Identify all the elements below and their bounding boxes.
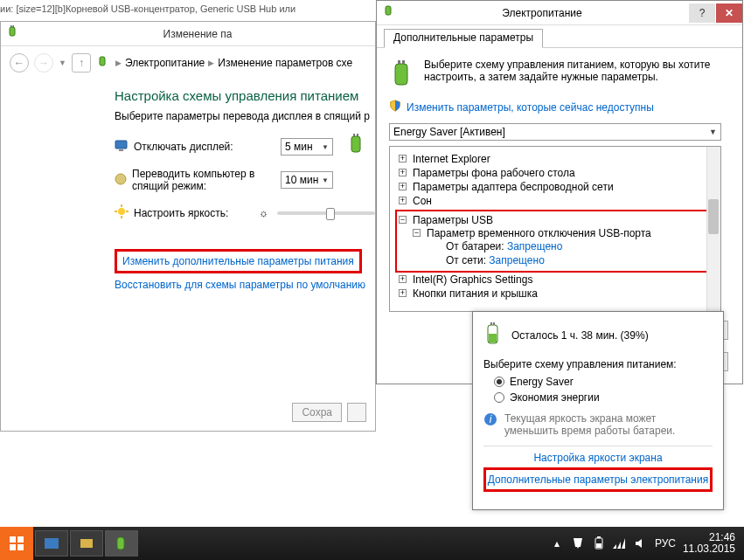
svg-rect-20: [489, 334, 497, 342]
breadcrumb-root[interactable]: Электропитание: [125, 57, 205, 69]
svg-rect-4: [351, 136, 360, 152]
choose-plan-label: Выберите схему управления питанием:: [483, 358, 713, 370]
shield-icon: [389, 100, 401, 114]
svg-text:i: i: [490, 413, 492, 425]
svg-rect-5: [353, 134, 355, 136]
fg-window-title: Электропитание: [396, 7, 688, 19]
dialog-description: Выберите схему управления питанием, кото…: [424, 59, 730, 83]
help-button[interactable]: ?: [689, 3, 715, 23]
svg-rect-31: [117, 537, 124, 550]
tab-strip: Дополнительные параметры: [377, 25, 742, 48]
svg-rect-26: [17, 536, 24, 543]
tree-item-usb[interactable]: −Параметры USB −Параметр временного откл…: [399, 213, 713, 269]
tree-item-ie[interactable]: +Internet Explorer: [399, 152, 717, 166]
change-advanced-link[interactable]: Изменить дополнительные параметры питани…: [122, 255, 354, 267]
svg-rect-16: [395, 64, 407, 85]
sleep-label: Переводить компьютер в спящий режим:: [132, 168, 272, 192]
row-sleep: Переводить компьютер в спящий режим: 10 …: [115, 168, 375, 192]
tray-battery-icon[interactable]: [592, 536, 606, 550]
tree-scrollbar[interactable]: [706, 147, 720, 311]
plan-option-power-saver[interactable]: Экономия энергии: [494, 391, 713, 404]
display-icon: [115, 140, 129, 155]
moon-icon: [115, 173, 127, 188]
battery-flyout: Осталось 1 ч. 38 мин. (39%) Выберите схе…: [472, 311, 724, 510]
more-power-options-link[interactable]: Дополнительные параметры электропитания: [483, 467, 713, 492]
svg-rect-0: [10, 27, 15, 36]
taskbar: ▴ РУС 21:46 11.03.2015: [0, 527, 744, 560]
svg-rect-15: [386, 6, 391, 15]
cancel-button[interactable]: [347, 403, 366, 422]
tray-language[interactable]: РУС: [655, 537, 676, 550]
svg-rect-6: [357, 134, 358, 136]
truncated-forum-text: ии: [size=12][b]Корневой USB-концентрато…: [0, 3, 296, 14]
power-plan-select[interactable]: Energy Saver [Активен] ▼: [389, 123, 721, 141]
battery-large-icon: [389, 59, 415, 91]
taskbar-app-power[interactable]: [105, 530, 138, 557]
taskbar-app-1[interactable]: [35, 530, 68, 557]
display-timeout-select[interactable]: 5 мин▼: [281, 138, 333, 156]
battery-icon: [483, 321, 503, 349]
restore-defaults-link[interactable]: Восстановить для схемы параметры по умол…: [115, 279, 365, 291]
tree-leaf-usb-battery[interactable]: От батареи: Запрещено: [427, 239, 713, 253]
edit-plan-window: Изменение па ← → ▼ ↑ ▶ Электропитание ▶ …: [0, 21, 376, 432]
brightness-label: Настроить яркость:: [134, 207, 228, 219]
tab-additional-params[interactable]: Дополнительные параметры: [384, 29, 543, 48]
start-button[interactable]: [0, 527, 33, 560]
svg-rect-33: [596, 543, 601, 548]
chevron-right-icon: ▶: [115, 59, 122, 67]
tray-network-icon[interactable]: [613, 536, 627, 550]
chevron-right-icon: ▶: [208, 59, 214, 67]
chevron-down-icon: ▼: [322, 176, 329, 184]
battery-remaining: Осталось 1 ч. 38 мин. (39%): [511, 329, 649, 342]
breadcrumb-leaf[interactable]: Изменение параметров схе: [218, 57, 352, 69]
svg-rect-8: [119, 149, 123, 151]
tree-item-desktop-bg[interactable]: +Параметры фона рабочего стола: [399, 166, 717, 180]
brightness-warning: Текущая яркость экрана может уменьшить в…: [504, 412, 713, 437]
row-turn-off-display: Отключать дисплей: 5 мин▼: [115, 138, 347, 156]
bg-window-title: Изменение па: [20, 28, 375, 40]
taskbar-app-2[interactable]: [70, 530, 103, 557]
tray-chevron-up-icon[interactable]: ▴: [550, 536, 564, 550]
window-icon: [6, 25, 20, 42]
tree-item-buttons-lid[interactable]: +Кнопки питания и крышка: [399, 287, 717, 301]
bg-titlebar: Изменение па: [1, 22, 375, 46]
fg-titlebar: Электропитание ? ✕: [377, 1, 742, 25]
svg-rect-25: [10, 536, 16, 543]
tree-leaf-usb-pluggedin[interactable]: От сети: Запрещено: [427, 253, 713, 267]
highlight-frame-usb: −Параметры USB −Параметр временного откл…: [395, 210, 717, 273]
change-unavailable-link[interactable]: Изменить параметры, которые сейчас недос…: [407, 101, 654, 114]
window-icon: [377, 4, 396, 21]
nav-up-button[interactable]: ↑: [72, 53, 91, 73]
tray-volume-icon[interactable]: [634, 536, 648, 550]
tray-action-center-icon[interactable]: [571, 536, 585, 550]
svg-rect-7: [115, 141, 127, 149]
column-battery-icon: [347, 133, 366, 160]
breadcrumb[interactable]: ▶ Электропитание ▶ Изменение параметров …: [115, 57, 352, 69]
svg-rect-1: [10, 25, 12, 27]
svg-rect-28: [17, 544, 24, 550]
page-desc: Выберите параметры перевода дисплея в сп…: [115, 110, 375, 122]
svg-point-10: [118, 208, 125, 215]
tree-item-intel-gfx[interactable]: +Intel(R) Graphics Settings: [399, 273, 717, 287]
tree-item-usb-suspend[interactable]: −Параметр временного отключения USB-порт…: [413, 226, 713, 268]
tree-item-wifi[interactable]: +Параметры адаптера беспроводной сети: [399, 180, 717, 194]
nav-forward-button[interactable]: →: [34, 53, 53, 73]
bg-content: Настройка схемы управления питанием Выбе…: [1, 80, 375, 300]
nav-back-button[interactable]: ←: [10, 53, 29, 73]
sleep-timeout-select[interactable]: 10 мин▼: [281, 171, 333, 189]
adjust-brightness-link[interactable]: Настройка яркости экрана: [483, 452, 713, 464]
chevron-down-icon: ▼: [709, 128, 717, 136]
tray-clock[interactable]: 21:46 11.03.2015: [683, 532, 735, 555]
close-button[interactable]: ✕: [716, 3, 742, 23]
svg-rect-17: [398, 60, 400, 64]
turn-off-display-label: Отключать дисплей:: [134, 141, 233, 153]
plan-option-energy-saver[interactable]: Energy Saver: [494, 376, 713, 388]
svg-rect-22: [493, 322, 495, 325]
row-brightness: Настроить яркость: ☼: [115, 204, 375, 221]
radio-icon: [494, 377, 504, 387]
radio-icon: [494, 392, 504, 403]
nav-history-chevron[interactable]: ▼: [59, 59, 66, 67]
save-button[interactable]: Сохра: [292, 403, 342, 422]
brightness-slider[interactable]: [277, 211, 375, 215]
tree-item-sleep[interactable]: +Сон: [399, 194, 717, 208]
